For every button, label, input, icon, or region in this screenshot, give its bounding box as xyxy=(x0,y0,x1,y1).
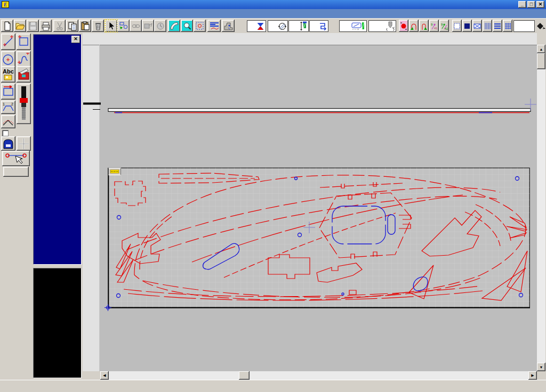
select-objects-button[interactable] xyxy=(117,20,130,32)
drawing-canvas[interactable] xyxy=(83,33,537,371)
horizontal-scrollbar[interactable]: ◀ ▶ xyxy=(100,371,537,380)
hatch-horizontal-icon xyxy=(494,22,501,30)
cut-button[interactable] xyxy=(53,20,66,32)
rectangle-tool-button[interactable] xyxy=(17,34,31,50)
machine-button[interactable] xyxy=(222,20,235,32)
step-icon xyxy=(319,22,327,30)
angle-gauge-icon xyxy=(256,22,264,31)
fill-mode-button[interactable] xyxy=(462,20,472,32)
angle-field[interactable] xyxy=(247,20,266,32)
marker-dot-button[interactable] xyxy=(399,20,408,32)
svg-text:1: 1 xyxy=(3,102,5,106)
print-button[interactable] xyxy=(39,20,52,32)
cut-scissors-icon xyxy=(55,21,65,31)
hatch-horizontal-button[interactable] xyxy=(493,20,502,32)
vertical-scroll-thumb[interactable] xyxy=(537,53,545,69)
drill-bit-button[interactable] xyxy=(17,84,31,124)
close-button[interactable]: ✕ xyxy=(536,1,544,8)
order-up-button[interactable]: 941 xyxy=(429,20,439,32)
line-tool-icon xyxy=(2,35,14,48)
frame-arrow-icon xyxy=(2,85,14,98)
copy-icon xyxy=(68,21,77,31)
erase-preview-button[interactable] xyxy=(168,20,180,32)
bounds-button[interactable] xyxy=(472,20,482,32)
save-button[interactable] xyxy=(27,20,39,32)
ruler-corner xyxy=(537,33,546,45)
erase-preview-icon xyxy=(170,21,179,31)
line-tool-button[interactable] xyxy=(1,34,15,50)
new-button[interactable] xyxy=(1,20,13,32)
passes-field[interactable] xyxy=(309,20,328,32)
curve-tool-icon xyxy=(18,53,30,66)
print-icon xyxy=(41,21,51,31)
order-down-button[interactable]: 942 xyxy=(439,20,449,32)
new-page-icon xyxy=(3,21,12,31)
pointer-button[interactable] xyxy=(105,20,117,32)
order-up-icon: 941 xyxy=(430,22,438,30)
smooth-tool-icon xyxy=(2,117,14,127)
tool-diameter-field[interactable] xyxy=(268,20,288,32)
layer-preview-button[interactable] xyxy=(207,20,221,32)
fill-bucket-button[interactable] xyxy=(536,20,546,32)
zoom-window-button[interactable] xyxy=(194,20,206,32)
drill-rotation-icon xyxy=(386,21,395,31)
fill-mode-icon xyxy=(463,22,471,30)
delete-button[interactable] xyxy=(92,20,104,32)
scale-field[interactable] xyxy=(513,20,535,32)
scroll-down-button[interactable]: ▼ xyxy=(537,363,545,371)
select-objects-icon xyxy=(119,21,129,31)
horizontal-scroll-thumb[interactable] xyxy=(239,371,250,380)
link-icon xyxy=(131,21,141,31)
text-tool-button[interactable]: Abc xyxy=(1,66,15,83)
spindle-speed-field[interactable] xyxy=(368,20,396,32)
minimize-button[interactable]: _ xyxy=(518,1,526,8)
scroll-up-button[interactable]: ▲ xyxy=(537,45,545,53)
vertical-scrollbar[interactable]: ▲ ▼ xyxy=(537,45,545,371)
scroll-right-button[interactable]: ▶ xyxy=(528,371,537,380)
svg-text:2: 2 xyxy=(11,102,13,106)
link-button[interactable] xyxy=(130,20,142,32)
outline-mode-button[interactable] xyxy=(452,20,462,32)
vertical-ruler xyxy=(83,33,99,371)
depth-field[interactable] xyxy=(288,20,309,32)
copy-button[interactable] xyxy=(66,20,78,32)
hatch-vertical-button[interactable] xyxy=(483,20,492,32)
arc-entry-button[interactable] xyxy=(409,20,419,32)
svg-text:9: 9 xyxy=(441,23,443,26)
timer-button[interactable] xyxy=(154,20,166,32)
outil-checkbox-row[interactable] xyxy=(2,130,11,137)
close-panel-button[interactable]: ✕ xyxy=(71,36,80,43)
toolbox-button[interactable] xyxy=(17,66,31,83)
xy-button[interactable] xyxy=(3,167,29,177)
maximize-button[interactable]: □ xyxy=(527,1,535,8)
ink-jar-button[interactable] xyxy=(1,136,15,151)
machine-icon xyxy=(223,21,234,31)
arc-exit-icon xyxy=(420,22,428,30)
ink-jar-icon xyxy=(2,138,14,150)
weld-tool-button[interactable] xyxy=(2,151,30,166)
svg-text:Abc: Abc xyxy=(3,68,14,75)
ruler-extent-bar xyxy=(83,103,101,105)
transform-button[interactable] xyxy=(142,20,154,32)
cross-tool-icon xyxy=(18,138,30,150)
marker-dot-icon xyxy=(400,22,407,30)
paste-button[interactable] xyxy=(79,20,91,32)
scroll-left-button[interactable]: ◀ xyxy=(100,371,109,380)
frame-arrow-button[interactable] xyxy=(1,84,15,100)
horizontal-ruler xyxy=(83,33,537,45)
outil-checkbox[interactable] xyxy=(2,130,9,136)
segment-dim-button[interactable]: 12 xyxy=(1,101,15,114)
pointer-icon xyxy=(107,21,116,31)
feed-field[interactable] xyxy=(339,20,367,32)
zoom-button[interactable] xyxy=(181,20,193,32)
cross-tool-button[interactable] xyxy=(17,136,31,151)
ruler-mini-button[interactable] xyxy=(109,168,121,175)
open-button[interactable] xyxy=(14,20,26,32)
fill-bucket-icon xyxy=(536,21,546,31)
curve-tool-button[interactable] xyxy=(17,51,31,68)
smooth-tool-button[interactable] xyxy=(1,115,15,128)
arc-exit-button[interactable] xyxy=(419,20,429,32)
layer-preview-icon xyxy=(209,21,220,31)
circle-tool-button[interactable] xyxy=(1,51,15,68)
hatch-grid-button[interactable] xyxy=(503,20,512,32)
